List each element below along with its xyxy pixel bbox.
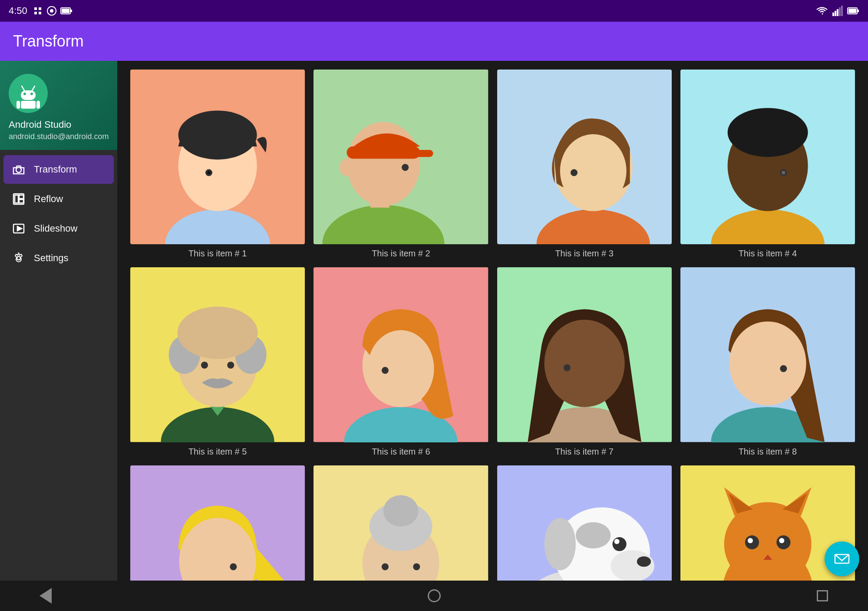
- grid-item-6[interactable]: This is item # 6: [314, 267, 488, 456]
- grid-item-image-7: [497, 267, 672, 442]
- android-logo: [13, 78, 43, 109]
- status-bar-right: [816, 6, 859, 16]
- wifi-icon: [816, 6, 828, 16]
- content-area: This is item # 1: [117, 61, 868, 581]
- svg-rect-9: [832, 13, 834, 16]
- status-time: 4:50: [9, 5, 27, 17]
- svg-rect-11: [837, 9, 838, 16]
- grid-item-image-6: [314, 267, 488, 442]
- sidebar-item-label-settings: Settings: [34, 252, 69, 264]
- status-bar-left: 4:50: [9, 5, 73, 17]
- svg-point-109: [576, 522, 611, 548]
- svg-point-100: [413, 563, 420, 570]
- svg-rect-28: [15, 195, 18, 203]
- svg-point-108: [614, 538, 619, 544]
- grid-item-label-4: This is item # 4: [739, 249, 797, 259]
- nav-recents-button[interactable]: [812, 585, 833, 607]
- svg-point-120: [748, 538, 753, 543]
- notification-icon: [33, 6, 43, 16]
- grid-item-5[interactable]: This is item # 5: [130, 267, 305, 456]
- svg-point-86: [780, 365, 787, 372]
- svg-rect-24: [17, 101, 20, 109]
- grid-item-2[interactable]: This is item # 2: [314, 70, 488, 259]
- sidebar-item-transform[interactable]: Transform: [3, 155, 114, 184]
- svg-point-121: [779, 538, 784, 543]
- signal-icon: [832, 6, 843, 16]
- grid-item-8[interactable]: This is item # 8: [680, 267, 855, 456]
- grid-item-9[interactable]: This is item # 9: [130, 465, 305, 581]
- nav-items: Transform Reflow: [0, 150, 117, 278]
- status-bar: 4:50: [0, 0, 868, 22]
- sidebar-item-label-slideshow: Slideshow: [34, 223, 77, 234]
- grid-item-1[interactable]: This is item # 1: [130, 70, 305, 259]
- svg-point-104: [544, 518, 575, 570]
- svg-point-5: [50, 9, 53, 13]
- sidebar-item-settings[interactable]: Settings: [3, 244, 114, 272]
- home-icon: [428, 589, 441, 602]
- grid-item-4[interactable]: This is item # 4: [680, 70, 855, 259]
- svg-point-107: [612, 537, 626, 551]
- grid-item-7[interactable]: This is item # 7: [497, 267, 672, 456]
- svg-rect-18: [21, 90, 36, 100]
- grid-item-label-3: This is item # 3: [555, 249, 613, 259]
- svg-rect-13: [841, 6, 843, 16]
- app-bar: Transform: [0, 22, 868, 61]
- svg-point-80: [544, 320, 624, 407]
- svg-point-81: [563, 364, 570, 371]
- svg-point-99: [382, 563, 389, 570]
- svg-marker-32: [17, 226, 22, 231]
- svg-point-53: [560, 134, 626, 208]
- svg-point-20: [30, 93, 33, 95]
- camera-icon: [12, 163, 25, 176]
- grid-item-image-11: [497, 465, 672, 581]
- svg-rect-16: [848, 9, 856, 13]
- svg-rect-46: [414, 150, 433, 157]
- sidebar-item-label-reflow: Reflow: [34, 193, 63, 205]
- avatar: [9, 74, 48, 113]
- grid-item-label-6: This is item # 6: [372, 447, 430, 457]
- svg-rect-3: [39, 12, 41, 14]
- battery-icon: [60, 6, 73, 16]
- play-icon: [12, 222, 25, 235]
- grid-item-10[interactable]: This is item # 10: [314, 465, 488, 581]
- svg-point-54: [570, 169, 577, 176]
- grid-item-label-5: This is item # 5: [188, 447, 247, 457]
- user-name: Android Studio: [9, 119, 71, 130]
- svg-point-76: [382, 367, 389, 374]
- nav-back-button[interactable]: [35, 585, 56, 607]
- svg-point-68: [178, 307, 258, 359]
- sidebar-item-slideshow[interactable]: Slideshow: [3, 214, 114, 243]
- svg-point-59: [727, 108, 808, 157]
- recents-icon: [817, 590, 828, 601]
- grid-item-11[interactable]: This is item # 11: [497, 465, 672, 581]
- grid-item-image-4: [680, 70, 855, 244]
- svg-rect-25: [36, 101, 40, 109]
- svg-point-85: [729, 322, 806, 405]
- music-icon: [46, 6, 57, 16]
- svg-point-40: [207, 171, 211, 174]
- svg-rect-23: [21, 101, 36, 109]
- svg-point-47: [402, 164, 409, 171]
- grid-item-label-8: This is item # 8: [739, 447, 797, 457]
- grid-item-image-3: [497, 70, 672, 244]
- svg-rect-29: [19, 195, 23, 199]
- svg-rect-8: [62, 9, 69, 13]
- nav-home-button[interactable]: [423, 585, 445, 607]
- bottom-nav-bar: [0, 581, 868, 611]
- image-grid: This is item # 1: [130, 70, 855, 581]
- grid-item-image-2: [314, 70, 488, 244]
- svg-point-19: [23, 93, 26, 95]
- grid-item-3[interactable]: This is item # 3: [497, 70, 672, 259]
- sidebar-item-reflow[interactable]: Reflow: [3, 185, 114, 213]
- sidebar-item-label-transform: Transform: [34, 164, 77, 175]
- grid-item-image-9: [130, 465, 305, 581]
- reflow-icon: [12, 193, 25, 206]
- svg-point-26: [16, 167, 21, 173]
- svg-rect-12: [839, 7, 841, 16]
- grid-item-label-2: This is item # 2: [372, 249, 430, 259]
- svg-point-70: [227, 362, 234, 369]
- grid-item-label-7: This is item # 7: [555, 447, 613, 457]
- user-profile: Android Studio android.studio@android.co…: [0, 61, 117, 150]
- svg-point-106: [637, 556, 650, 567]
- fab-email[interactable]: [825, 541, 859, 576]
